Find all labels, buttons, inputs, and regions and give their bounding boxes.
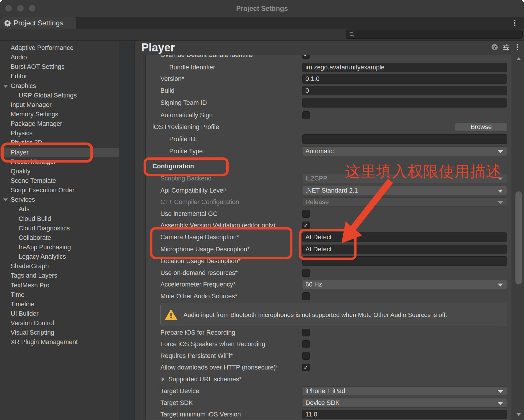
row-build: Build 0 xyxy=(0,86,524,95)
force-ios-speakers-checkbox[interactable] xyxy=(302,340,310,348)
field-label: C++ Compiler Configuration xyxy=(160,197,239,207)
field-label: Accelerometer Frequency* xyxy=(160,280,236,289)
warning-box: Audio input from Bluetooth microphones i… xyxy=(160,303,507,326)
field-label: iOS Provisioning Profile xyxy=(152,122,219,132)
row-requires-persistent-wifi: Requires Persistent WiFi* xyxy=(0,351,524,361)
mute-other-audio-checkbox[interactable] xyxy=(302,292,310,300)
tab-label: Project Settings xyxy=(14,17,63,29)
row-version: Version* 0.1.0 xyxy=(0,74,524,84)
project-settings-window: Project Settings Project Settings Adapti… xyxy=(0,0,524,420)
row-cpp-compiler: C++ Compiler Configuration Release xyxy=(0,197,524,207)
profile-id-input[interactable] xyxy=(302,134,507,144)
row-incremental-gc: Use incremental GC xyxy=(0,209,524,219)
signing-team-id-input[interactable] xyxy=(302,98,507,108)
sidebar-item-ui-builder[interactable]: UI Builder xyxy=(0,309,119,318)
cpp-compiler-dropdown: Release xyxy=(302,197,507,207)
field-label: Use incremental GC xyxy=(160,209,218,219)
titlebar: Project Settings xyxy=(0,0,524,17)
scroll-up-icon[interactable] xyxy=(516,57,521,60)
row-force-ios-speakers: Force iOS Speakers when Recording xyxy=(0,339,524,349)
field-label: Target minimum iOS Version xyxy=(160,410,241,419)
field-label: Camera Usage Description* xyxy=(160,232,239,242)
on-demand-resources-checkbox[interactable] xyxy=(302,269,310,277)
field-label: Force iOS Speakers when Recording xyxy=(160,339,265,349)
row-scripting-backend: Scripting Backend IL2CPP xyxy=(0,174,524,183)
gear-icon xyxy=(4,19,11,28)
row-on-demand-resources: Use on-demand resources* xyxy=(0,268,524,278)
browse-button[interactable]: Browse xyxy=(455,123,507,131)
accelerometer-dropdown[interactable]: 60 Hz xyxy=(302,280,507,289)
field-label: Prepare iOS for Recording xyxy=(160,328,235,337)
tab-menu-icon[interactable] xyxy=(513,19,516,27)
persistent-wifi-checkbox[interactable] xyxy=(302,352,310,360)
row-microphone-usage: Microphone Usage Description* AI Detect xyxy=(0,245,524,254)
bundle-identifier-input[interactable]: im.zego.avatarunityexample xyxy=(302,63,507,72)
panel-menu-icon[interactable] xyxy=(515,43,519,51)
sidebar-item-adaptive-performance[interactable]: Adaptive Performance xyxy=(0,43,119,53)
row-allow-http: Allow downloads over HTTP (nonsecure)* ✓ xyxy=(0,363,524,372)
field-label: Version* xyxy=(160,74,184,84)
row-target-sdk: Target SDK Device SDK xyxy=(0,398,524,408)
field-label: Bundle Identifier xyxy=(169,63,215,72)
scrollbar-thumb[interactable] xyxy=(515,191,522,284)
search-input[interactable] xyxy=(346,30,523,39)
tab-strip xyxy=(0,17,524,29)
microphone-usage-input[interactable]: AI Detect xyxy=(302,245,507,254)
target-sdk-dropdown[interactable]: Device SDK xyxy=(302,398,507,408)
prepare-ios-recording-checkbox[interactable] xyxy=(302,329,310,336)
override-bundle-id-checkbox[interactable]: ✓ xyxy=(302,55,310,59)
automatically-sign-checkbox[interactable] xyxy=(302,111,310,119)
row-api-compatibility: Api Compatibility Level* .NET Standard 2… xyxy=(0,186,524,195)
field-label: Automatically Sign xyxy=(160,110,213,120)
sidebar-item-version-control[interactable]: Version Control xyxy=(0,318,119,328)
row-signing-team-id: Signing Team ID xyxy=(0,98,524,108)
field-label: Build xyxy=(160,86,175,95)
row-profile-type: Profile Type: Automatic xyxy=(0,146,524,156)
api-compatibility-dropdown[interactable]: .NET Standard 2.1 xyxy=(302,186,507,195)
page-title: Player xyxy=(141,41,175,54)
field-label: Microphone Usage Description* xyxy=(160,245,250,254)
field-label: Signing Team ID xyxy=(160,98,207,108)
foldout-arrow-icon[interactable] xyxy=(162,377,165,382)
row-assembly-validation: Assembly Version Validation (editor only… xyxy=(0,221,524,230)
section-header: Configuration xyxy=(152,162,194,171)
version-input[interactable]: 0.1.0 xyxy=(302,74,507,84)
field-label: Mute Other Audio Sources* xyxy=(160,292,237,301)
field-label: Allow downloads over HTTP (nonsecure)* xyxy=(160,363,278,372)
field-label: Profile Type: xyxy=(169,146,204,156)
row-prepare-ios-recording: Prepare iOS for Recording xyxy=(0,328,524,337)
field-label: Location Usage Description* xyxy=(160,256,240,266)
field-label: Requires Persistent WiFi* xyxy=(160,351,233,361)
presets-icon[interactable] xyxy=(502,44,510,52)
field-label: Api Compatibility Level* xyxy=(160,186,227,195)
row-camera-usage: Camera Usage Description* AI Detect xyxy=(0,232,524,242)
help-icon[interactable]: ? xyxy=(492,44,498,50)
location-usage-input[interactable] xyxy=(302,256,507,266)
camera-usage-input[interactable]: AI Detect xyxy=(302,232,507,242)
row-target-device: Target Device iPhone + iPad xyxy=(0,386,524,396)
field-label: Scripting Backend xyxy=(160,174,211,183)
target-min-ios-input[interactable]: 11.0 xyxy=(302,410,507,419)
scroll-down-icon[interactable] xyxy=(516,413,521,416)
row-automatically-sign: Automatically Sign xyxy=(0,110,524,120)
field-label: Assembly Version Validation (editor only… xyxy=(160,221,275,230)
row-ios-provisioning-profile: iOS Provisioning Profile Browse xyxy=(0,122,524,132)
assembly-validation-checkbox[interactable]: ✓ xyxy=(302,222,310,229)
field-label: Profile ID: xyxy=(169,134,197,144)
field-label: Target SDK xyxy=(160,398,193,408)
row-supported-url-schemes: Supported URL schemes* xyxy=(0,375,524,384)
row-location-usage: Location Usage Description* xyxy=(0,256,524,266)
row-override-bundle-id: Override Default Bundle Identifier ✓ xyxy=(0,55,524,60)
incremental-gc-checkbox[interactable] xyxy=(302,210,310,218)
profile-type-dropdown[interactable]: Automatic xyxy=(302,146,507,156)
field-label: Supported URL schemes* xyxy=(168,375,242,384)
window-title: Project Settings xyxy=(0,0,524,17)
field-label: Target Device xyxy=(160,386,199,396)
target-device-dropdown[interactable]: iPhone + iPad xyxy=(302,386,507,396)
row-accelerometer: Accelerometer Frequency* 60 Hz xyxy=(0,280,524,289)
tab-project-settings[interactable]: Project Settings xyxy=(0,17,76,29)
build-input[interactable]: 0 xyxy=(302,86,507,95)
field-label: Use on-demand resources* xyxy=(160,268,238,278)
allow-http-checkbox[interactable]: ✓ xyxy=(302,364,310,371)
row-profile-id: Profile ID: xyxy=(0,134,524,144)
